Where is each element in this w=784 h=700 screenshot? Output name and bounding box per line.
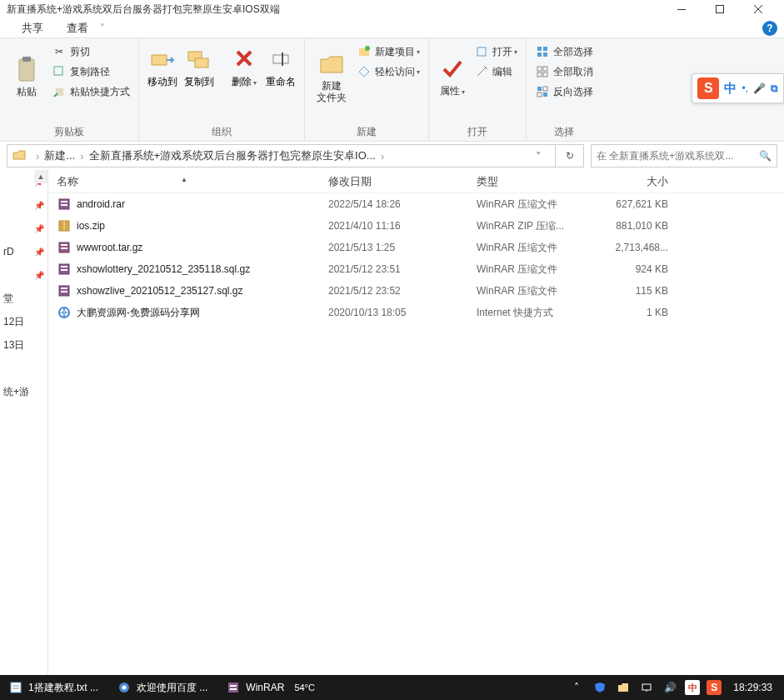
nav-pane[interactable]: ▲ 📌📌📌rD📌📌堂12日13日统+游 xyxy=(0,170,48,675)
easy-access-button[interactable]: 轻松访问▾ xyxy=(353,62,423,82)
open-button[interactable]: 打开▾ xyxy=(471,42,521,62)
help-icon[interactable]: ? xyxy=(762,21,777,36)
nav-item[interactable]: 📌 xyxy=(0,217,47,240)
nav-item[interactable]: 13日 xyxy=(0,333,47,357)
file-date: 2021/4/10 11:16 xyxy=(320,220,468,232)
crumb-item[interactable]: 全新直播系统+游戏系统双后台服务器打包完整原生安卓IO... xyxy=(89,148,376,163)
clipboard-icon xyxy=(16,52,37,86)
selectall-icon xyxy=(535,44,550,59)
sogou-tray-icon[interactable]: S xyxy=(707,680,722,695)
file-list[interactable]: ▲名称 修改日期 类型 大小 android.rar 2022/5/14 18:… xyxy=(48,170,784,675)
minimize-button[interactable] xyxy=(662,0,701,18)
file-row[interactable]: wwwroot.tar.gz 2021/5/13 1:25 WinRAR 压缩文… xyxy=(48,237,784,258)
search-box[interactable]: 🔍 xyxy=(591,144,777,168)
new-folder-button[interactable]: 新建 文件夹 xyxy=(310,42,353,108)
edit-button[interactable]: 编辑 xyxy=(471,62,521,82)
file-row[interactable]: ios.zip 2021/4/10 11:16 WinRAR ZIP 压缩...… xyxy=(48,215,784,237)
svg-rect-1 xyxy=(717,6,724,13)
mic-icon[interactable]: 🎤 xyxy=(753,82,766,94)
file-size: 2,713,468... xyxy=(593,242,677,253)
nav-scroll-up[interactable]: ▲ xyxy=(34,170,47,183)
column-name[interactable]: ▲名称 xyxy=(48,174,320,189)
svg-rect-32 xyxy=(61,204,67,206)
maximize-button[interactable] xyxy=(701,0,739,18)
nav-item[interactable]: rD📌 xyxy=(0,240,47,263)
nav-item[interactable]: 堂 xyxy=(0,287,47,310)
taskbar-task[interactable]: 1搭建教程.txt ... xyxy=(0,675,107,700)
ime-punct-icon[interactable]: •, xyxy=(742,82,748,94)
nav-item[interactable] xyxy=(0,357,47,380)
refresh-button[interactable]: ↻ xyxy=(556,144,584,168)
nav-item[interactable]: 📌 xyxy=(0,263,47,287)
column-type[interactable]: 类型 xyxy=(468,174,593,189)
ime-lang[interactable]: 中 xyxy=(724,81,737,97)
paste-button[interactable]: 粘贴 xyxy=(5,42,48,108)
column-size[interactable]: 大小 xyxy=(593,174,677,189)
ribbon-group-new: 新建 文件夹 新建项目▾ 轻松访问▾ 新建 xyxy=(305,38,429,141)
new-item-button[interactable]: 新建项目▾ xyxy=(353,42,423,62)
ime-menu-icon[interactable]: ⧉ xyxy=(771,82,778,94)
explorer-tray-icon[interactable] xyxy=(615,682,632,692)
volume-icon[interactable]: 🔊 xyxy=(662,682,678,693)
file-size: 627,621 KB xyxy=(593,198,677,210)
rar-icon xyxy=(226,680,241,695)
window-title: 新直播系统+游戏系统双后台服务器打包完整原生安卓IOS双端 xyxy=(7,2,662,17)
svg-rect-13 xyxy=(273,55,288,63)
search-input[interactable] xyxy=(597,150,759,162)
file-name: xshowzlive_20210512_235127.sql.gz xyxy=(77,285,242,297)
file-row[interactable]: xshowzlive_20210512_235127.sql.gz 2021/5… xyxy=(48,280,784,302)
chevron-right-icon[interactable]: › xyxy=(75,150,88,162)
file-row[interactable]: android.rar 2022/5/14 18:26 WinRAR 压缩文件 … xyxy=(48,193,784,215)
crumb-item[interactable]: 新建... xyxy=(44,148,75,163)
copyto-button[interactable]: 复制到 xyxy=(181,42,217,108)
moveto-button[interactable]: 移动到 xyxy=(144,42,181,108)
lang-indicator[interactable]: 中 xyxy=(685,680,700,695)
paste-shortcut-button[interactable]: 粘贴快捷方式 xyxy=(48,82,133,102)
nav-item[interactable]: 📌 xyxy=(0,193,47,217)
svg-rect-22 xyxy=(537,67,542,71)
rename-button[interactable]: 重命名 xyxy=(262,42,299,108)
clock[interactable]: 18:29:33 xyxy=(728,682,777,693)
network-icon[interactable] xyxy=(638,682,655,692)
invert-selection-button[interactable]: 反向选择 xyxy=(532,82,597,102)
column-date[interactable]: 修改日期 xyxy=(320,174,468,189)
taskbar-task[interactable]: 欢迎使用百度 ... xyxy=(108,675,216,700)
pin-icon: 📌 xyxy=(34,271,44,280)
breadcrumb[interactable]: › 新建... › 全新直播系统+游戏系统双后台服务器打包完整原生安卓IO...… xyxy=(7,144,556,168)
delete-button[interactable]: 删除▾ xyxy=(226,42,262,108)
nav-item[interactable]: 统+游 xyxy=(0,380,47,403)
copy-path-button[interactable]: 复制路径 xyxy=(48,62,133,82)
svg-rect-25 xyxy=(543,72,547,77)
browser-icon xyxy=(117,680,132,695)
file-size: 881,010 KB xyxy=(593,220,677,232)
select-all-button[interactable]: 全部选择 xyxy=(532,42,597,62)
check-icon xyxy=(441,52,464,85)
tray-overflow-icon[interactable]: ˄ xyxy=(568,682,585,693)
rar-icon xyxy=(57,262,72,277)
close-button[interactable] xyxy=(739,0,777,18)
file-row[interactable]: xshowlottery_20210512_235118.sql.gz 2021… xyxy=(48,258,784,280)
history-dropdown[interactable]: ˅ xyxy=(527,150,550,162)
sogou-icon[interactable]: S xyxy=(697,78,719,99)
ribbon-group-organize: 移动到 复制到 删除▾ 重命名 组织 xyxy=(139,38,305,141)
column-headers: ▲名称 修改日期 类型 大小 xyxy=(48,170,784,193)
tab-share[interactable]: 共享 xyxy=(10,18,55,38)
ribbon-collapse-icon[interactable]: ˅ xyxy=(100,22,105,34)
svg-rect-21 xyxy=(543,52,547,57)
properties-button[interactable]: 属性▾ xyxy=(434,42,471,108)
nav-item[interactable]: 12日 xyxy=(0,310,47,333)
chevron-right-icon[interactable]: › xyxy=(31,150,44,162)
cut-button[interactable]: ✂剪切 xyxy=(48,42,133,62)
taskbar[interactable]: 1搭建教程.txt ...欢迎使用百度 ...WinRAR 54°C ˄ 🔊 中… xyxy=(0,675,784,700)
open-icon xyxy=(474,44,489,59)
ime-toolbar[interactable]: S 中 •, 🎤 ⧉ xyxy=(692,73,784,103)
taskbar-task[interactable]: WinRAR xyxy=(217,675,292,700)
search-icon[interactable]: 🔍 xyxy=(759,150,772,162)
copyto-icon xyxy=(187,42,212,75)
select-none-button[interactable]: 全部取消 xyxy=(532,62,597,82)
weather-widget[interactable]: 54°C xyxy=(294,682,318,692)
tab-view[interactable]: 查看 xyxy=(55,18,100,38)
file-row[interactable]: 大鹏资源网-免费源码分享网 2020/10/13 18:05 Internet … xyxy=(48,302,784,323)
shield-icon[interactable] xyxy=(592,682,608,693)
chevron-right-icon[interactable]: › xyxy=(376,150,389,162)
